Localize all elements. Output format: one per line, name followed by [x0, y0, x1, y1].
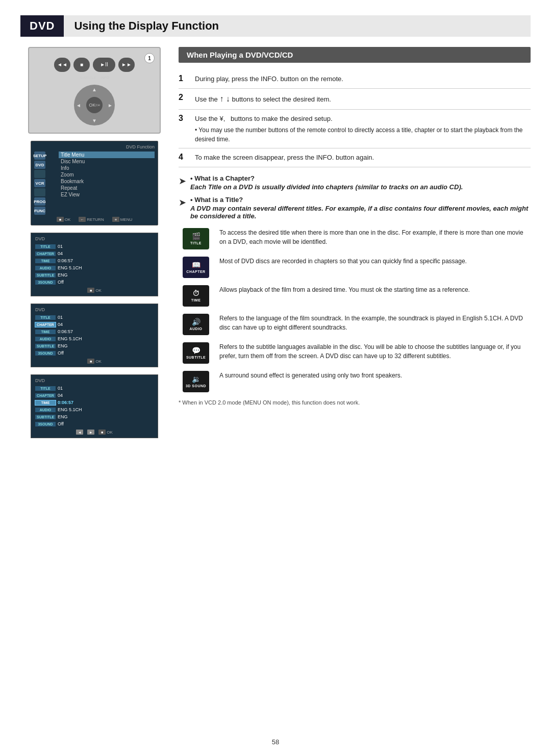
step-text-2: Use the ↑ ↓ buttons to select the desire…	[195, 93, 331, 105]
time-icon-box: ⏱ TIME	[179, 285, 213, 307]
info-row-audio-2: AUDIO ENG 5.1CH	[35, 335, 154, 342]
info-row-time-1: TIME 0:06:57	[35, 257, 154, 264]
audio-feature-text: Refers to the language of the film sound…	[219, 314, 531, 332]
features-section: 🎬 TITLE To access the desired title when…	[179, 228, 531, 392]
footer-note: * When in VCD 2.0 mode (MENU ON mode), t…	[179, 399, 531, 406]
arrow-icon-title: ➤	[179, 197, 186, 208]
sound-feature-text: A surround sound effect is generated usi…	[219, 371, 531, 380]
page-title: Using the Display Function	[64, 15, 531, 37]
info-footer-3: ◄ ► ■ OK	[35, 430, 154, 435]
step-3: 3 Use the ¥, buttons to make the desired…	[179, 110, 531, 149]
blank-icon1	[34, 170, 45, 178]
step-num-1: 1	[179, 74, 189, 83]
audio-icon: 🔊 AUDIO	[183, 314, 209, 335]
when-playing-header: When Playing a DVD/VCD/CD	[179, 47, 531, 63]
info-row-audio-1: AUDIO ENG 5.1CH	[35, 264, 154, 271]
arrow-content-title: • What is a Title? A DVD may contain sev…	[190, 196, 531, 220]
step-num-2: 2	[179, 93, 189, 102]
main-content: GB 1 ◄◄ ■ ►II ►► SUBTITLE INFO ▲ ▼ ◄	[20, 47, 531, 438]
chapter-icon: 📖 CHAPTER	[183, 257, 209, 278]
menu-item-zoom[interactable]: Zoom	[59, 171, 155, 178]
info-row-title-3: TITLE 01	[35, 385, 154, 392]
stop-btn: ■	[73, 58, 90, 72]
info-header-2: DVD	[35, 307, 154, 312]
menu-item-info[interactable]: Info	[59, 165, 155, 171]
step-4: 4 To make the screen disappear, press th…	[179, 148, 531, 167]
time-icon: ⏱ TIME	[183, 285, 209, 307]
info-screen-3: DVD TITLE 01 CHAPTER 04 TIME 0:06:57 AUD…	[31, 374, 158, 438]
chapter-icon-box: 📖 CHAPTER	[179, 257, 213, 278]
dvd-label: DVD	[20, 15, 64, 37]
info-row-chapter-3: CHAPTER 04	[35, 392, 154, 399]
info-row-subtitle-1: SUBTITLE ENG	[35, 271, 154, 279]
info-row-audio-3: AUDIO ENG 5.1CH	[35, 406, 154, 413]
title-feature-text: To access the desired title when there i…	[219, 228, 531, 246]
feature-title: 🎬 TITLE To access the desired title when…	[179, 228, 531, 249]
info-row-time-2: TIME 0:06:57	[35, 328, 154, 335]
left-column: GB 1 ◄◄ ■ ►II ►► SUBTITLE INFO ▲ ▼ ◄	[20, 47, 168, 438]
step-text-4: To make the screen disappear, press the …	[195, 153, 374, 163]
menu-item-repeat[interactable]: Repeat	[59, 185, 155, 191]
dvd-screen-title: DVD Function	[34, 144, 155, 149]
menu-item-bookmark[interactable]: Bookmark	[59, 178, 155, 185]
menu-item-ezview[interactable]: EZ View	[59, 191, 155, 198]
info-row-title-2: TITLE 01	[35, 314, 154, 321]
info-row-subtitle-3: SUBTITLE ENG	[35, 413, 154, 420]
chapter-bold-label: • What is a Chapter?	[190, 174, 531, 182]
sound-icon-box: 🔉 3D SOUND	[179, 371, 213, 392]
feature-subtitle: 💬 SUBTITLE Refers to the subtitle langua…	[179, 342, 531, 364]
arrow-icon-chapter: ➤	[179, 175, 186, 187]
step-2: 2 Use the ↑ ↓ buttons to select the desi…	[179, 89, 531, 110]
arrow-item-title: ➤ • What is a Title? A DVD may contain s…	[179, 196, 531, 220]
dvd-screen-footer: ■ OK ← RETURN ≡ MENU	[34, 217, 155, 222]
setup-icon: SETUP	[34, 152, 45, 160]
info-header-1: DVD	[35, 236, 154, 241]
page-number: 58	[272, 738, 279, 746]
info-screen-2: DVD TITLE 01 CHAPTER 04 TIME 0:06:57 AUD…	[31, 304, 158, 367]
func-icon: FUNC	[34, 207, 45, 215]
dvd-menu-screen: DVD Function SETUP DVD VCR PROG FUNC Tit…	[31, 141, 158, 225]
arrow-item-chapter: ➤ • What is a Chapter? Each Title on a D…	[179, 174, 531, 191]
step-text-1: During play, press the INFO. button on t…	[195, 74, 343, 84]
info-row-time-3: TIME 0:06:57	[35, 399, 154, 406]
step-3-note: • You may use the number buttons of the …	[195, 125, 531, 144]
info-row-subtitle-2: SUBTITLE ENG	[35, 342, 154, 349]
sound-icon: 🔉 3D SOUND	[183, 371, 209, 392]
vcr-icon: VCR	[34, 179, 45, 187]
fastfwd-btn: ►►	[118, 58, 135, 72]
subtitle-icon: 💬 SUBTITLE	[183, 342, 209, 364]
remote-image: GB 1 ◄◄ ■ ►II ►► SUBTITLE INFO ▲ ▼ ◄	[28, 47, 161, 134]
chapter-text: Each Title on a DVD is usually divided i…	[190, 183, 531, 191]
info-row-title-1: TITLE 01	[35, 243, 154, 250]
rewind-btn: ◄◄	[54, 58, 70, 72]
audio-icon-box: 🔊 AUDIO	[179, 314, 213, 335]
step-text-3: Use the ¥, buttons to make the desired s…	[195, 114, 531, 144]
step-num-3: 3	[179, 114, 189, 123]
title-bold-label: • What is a Title?	[190, 196, 531, 204]
play-pause-btn: ►II	[93, 58, 115, 72]
info-row-chapter-1: CHAPTER 04	[35, 250, 154, 257]
nav-circle: ▲ ▼ ◄ ► OKCH	[74, 85, 115, 125]
blank-icon2	[34, 188, 45, 196]
chapter-feature-text: Most of DVD discs are recorded in chapte…	[219, 257, 531, 266]
feature-sound: 🔉 3D SOUND A surround sound effect is ge…	[179, 371, 531, 392]
feature-time: ⏱ TIME Allows playback of the film from …	[179, 285, 531, 307]
info-screen-1: DVD TITLE 01 CHAPTER 04 TIME 0:06:57 AUD…	[31, 233, 158, 296]
subtitle-icon-box: 💬 SUBTITLE	[179, 342, 213, 364]
number-badge: 1	[144, 53, 155, 63]
info-row-chapter-2: CHAPTER 04	[35, 321, 154, 328]
prog-icon: PROG	[34, 197, 45, 206]
info-row-sound-2: 3SOUND Off	[35, 349, 154, 357]
step-num-4: 4	[179, 153, 189, 162]
arrow-content-chapter: • What is a Chapter? Each Title on a DVD…	[190, 174, 531, 191]
info-row-sound-3: 3SOUND Off	[35, 420, 154, 427]
title-icon: 🎬 TITLE	[183, 228, 209, 249]
menu-item-disc[interactable]: Disc Menu	[59, 158, 155, 165]
info-footer-2: ■ OK	[35, 359, 154, 364]
dvd-icon: DVD	[34, 161, 45, 169]
menu-item-title[interactable]: Title Menu	[59, 152, 155, 158]
page-header: DVD Using the Display Function	[20, 15, 531, 37]
dvd-menu-items: Title Menu Disc Menu Info Zoom Bookmark …	[59, 152, 155, 215]
info-footer-1: ■ OK	[35, 288, 154, 293]
ok-btn: OKCH	[86, 97, 103, 113]
